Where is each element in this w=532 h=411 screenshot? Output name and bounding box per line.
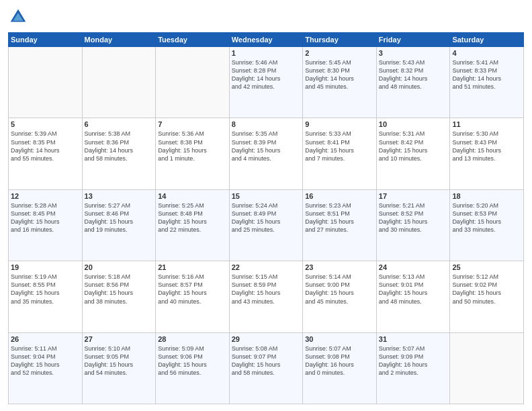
calendar-cell: 7Sunrise: 5:36 AM Sunset: 8:38 PM Daylig…	[156, 118, 230, 189]
calendar-cell: 12Sunrise: 5:28 AM Sunset: 8:45 PM Dayli…	[9, 189, 83, 261]
day-number: 14	[158, 192, 227, 200]
day-number: 9	[305, 120, 374, 128]
day-number: 10	[379, 120, 448, 128]
calendar-cell	[156, 47, 230, 118]
calendar-cell: 18Sunrise: 5:20 AM Sunset: 8:53 PM Dayli…	[450, 189, 524, 261]
calendar-cell	[450, 332, 524, 404]
cell-content: Sunrise: 5:14 AM Sunset: 9:00 PM Dayligh…	[305, 273, 374, 306]
calendar-cell: 6Sunrise: 5:38 AM Sunset: 8:36 PM Daylig…	[82, 118, 156, 189]
calendar-week-1: 1Sunrise: 5:46 AM Sunset: 8:28 PM Daylig…	[9, 47, 524, 118]
cell-content: Sunrise: 5:28 AM Sunset: 8:45 PM Dayligh…	[11, 201, 80, 234]
calendar-cell: 27Sunrise: 5:10 AM Sunset: 9:05 PM Dayli…	[82, 332, 156, 404]
day-header-tuesday: Tuesday	[156, 33, 230, 47]
calendar-cell: 28Sunrise: 5:09 AM Sunset: 9:06 PM Dayli…	[156, 332, 230, 404]
day-number: 3	[379, 49, 448, 57]
day-number: 27	[85, 335, 154, 343]
cell-content: Sunrise: 5:09 AM Sunset: 9:06 PM Dayligh…	[158, 345, 227, 377]
calendar-week-5: 26Sunrise: 5:11 AM Sunset: 9:04 PM Dayli…	[9, 332, 524, 404]
day-number: 30	[305, 335, 374, 343]
cell-content: Sunrise: 5:21 AM Sunset: 8:52 PM Dayligh…	[379, 201, 448, 234]
logo-icon	[8, 7, 28, 27]
day-number: 28	[158, 335, 227, 343]
cell-content: Sunrise: 5:12 AM Sunset: 9:02 PM Dayligh…	[452, 273, 521, 306]
calendar-cell: 23Sunrise: 5:14 AM Sunset: 9:00 PM Dayli…	[303, 261, 377, 332]
cell-content: Sunrise: 5:23 AM Sunset: 8:51 PM Dayligh…	[305, 201, 374, 234]
calendar-week-3: 12Sunrise: 5:28 AM Sunset: 8:45 PM Dayli…	[9, 189, 524, 261]
day-number: 20	[85, 263, 154, 271]
day-number: 18	[452, 192, 521, 200]
cell-content: Sunrise: 5:08 AM Sunset: 9:07 PM Dayligh…	[232, 345, 301, 377]
day-header-thursday: Thursday	[303, 33, 377, 47]
cell-content: Sunrise: 5:11 AM Sunset: 9:04 PM Dayligh…	[11, 345, 80, 377]
cell-content: Sunrise: 5:15 AM Sunset: 8:59 PM Dayligh…	[232, 273, 301, 306]
day-number: 19	[11, 263, 80, 271]
cell-content: Sunrise: 5:24 AM Sunset: 8:49 PM Dayligh…	[232, 201, 301, 234]
day-header-monday: Monday	[82, 33, 156, 47]
day-number: 2	[305, 49, 374, 57]
day-number: 11	[452, 120, 521, 128]
calendar-cell: 3Sunrise: 5:43 AM Sunset: 8:32 PM Daylig…	[376, 47, 450, 118]
calendar-cell: 8Sunrise: 5:35 AM Sunset: 8:39 PM Daylig…	[229, 118, 303, 189]
page: SundayMondayTuesdayWednesdayThursdayFrid…	[0, 0, 532, 411]
cell-content: Sunrise: 5:45 AM Sunset: 8:30 PM Dayligh…	[305, 58, 374, 91]
calendar-cell: 13Sunrise: 5:27 AM Sunset: 8:46 PM Dayli…	[82, 189, 156, 261]
calendar-cell: 2Sunrise: 5:45 AM Sunset: 8:30 PM Daylig…	[303, 47, 377, 118]
cell-content: Sunrise: 5:07 AM Sunset: 9:09 PM Dayligh…	[379, 345, 448, 377]
calendar-cell: 5Sunrise: 5:39 AM Sunset: 8:35 PM Daylig…	[9, 118, 83, 189]
day-number: 21	[158, 263, 227, 271]
calendar-cell: 10Sunrise: 5:31 AM Sunset: 8:42 PM Dayli…	[376, 118, 450, 189]
day-number: 17	[379, 192, 448, 200]
day-number: 25	[452, 263, 521, 271]
day-number: 15	[232, 192, 301, 200]
logo	[8, 7, 31, 27]
day-number: 12	[11, 192, 80, 200]
day-number: 24	[379, 263, 448, 271]
cell-content: Sunrise: 5:18 AM Sunset: 8:56 PM Dayligh…	[85, 273, 154, 306]
day-number: 8	[232, 120, 301, 128]
cell-content: Sunrise: 5:41 AM Sunset: 8:33 PM Dayligh…	[452, 58, 521, 91]
calendar-week-2: 5Sunrise: 5:39 AM Sunset: 8:35 PM Daylig…	[9, 118, 524, 189]
calendar-cell: 9Sunrise: 5:33 AM Sunset: 8:41 PM Daylig…	[303, 118, 377, 189]
calendar-cell: 11Sunrise: 5:30 AM Sunset: 8:43 PM Dayli…	[450, 118, 524, 189]
calendar-table: SundayMondayTuesdayWednesdayThursdayFrid…	[8, 32, 524, 404]
day-header-friday: Friday	[376, 33, 450, 47]
cell-content: Sunrise: 5:13 AM Sunset: 9:01 PM Dayligh…	[379, 273, 448, 306]
calendar-cell: 16Sunrise: 5:23 AM Sunset: 8:51 PM Dayli…	[303, 189, 377, 261]
cell-content: Sunrise: 5:10 AM Sunset: 9:05 PM Dayligh…	[85, 345, 154, 377]
calendar-cell: 24Sunrise: 5:13 AM Sunset: 9:01 PM Dayli…	[376, 261, 450, 332]
cell-content: Sunrise: 5:27 AM Sunset: 8:46 PM Dayligh…	[85, 201, 154, 234]
calendar-cell: 30Sunrise: 5:07 AM Sunset: 9:08 PM Dayli…	[303, 332, 377, 404]
cell-content: Sunrise: 5:20 AM Sunset: 8:53 PM Dayligh…	[452, 201, 521, 234]
cell-content: Sunrise: 5:31 AM Sunset: 8:42 PM Dayligh…	[379, 130, 448, 163]
cell-content: Sunrise: 5:38 AM Sunset: 8:36 PM Dayligh…	[85, 130, 154, 163]
cell-content: Sunrise: 5:25 AM Sunset: 8:48 PM Dayligh…	[158, 201, 227, 234]
day-number: 6	[85, 120, 154, 128]
cell-content: Sunrise: 5:36 AM Sunset: 8:38 PM Dayligh…	[158, 130, 227, 163]
calendar-cell: 25Sunrise: 5:12 AM Sunset: 9:02 PM Dayli…	[450, 261, 524, 332]
cell-content: Sunrise: 5:35 AM Sunset: 8:39 PM Dayligh…	[232, 130, 301, 163]
calendar-header-row: SundayMondayTuesdayWednesdayThursdayFrid…	[9, 33, 524, 47]
day-number: 29	[232, 335, 301, 343]
calendar-cell: 1Sunrise: 5:46 AM Sunset: 8:28 PM Daylig…	[229, 47, 303, 118]
calendar-cell: 19Sunrise: 5:19 AM Sunset: 8:55 PM Dayli…	[9, 261, 83, 332]
calendar-cell	[9, 47, 83, 118]
calendar-week-4: 19Sunrise: 5:19 AM Sunset: 8:55 PM Dayli…	[9, 261, 524, 332]
cell-content: Sunrise: 5:46 AM Sunset: 8:28 PM Dayligh…	[232, 58, 301, 91]
cell-content: Sunrise: 5:43 AM Sunset: 8:32 PM Dayligh…	[379, 58, 448, 91]
calendar-cell: 20Sunrise: 5:18 AM Sunset: 8:56 PM Dayli…	[82, 261, 156, 332]
cell-content: Sunrise: 5:19 AM Sunset: 8:55 PM Dayligh…	[11, 273, 80, 306]
day-number: 1	[232, 49, 301, 57]
calendar-cell: 4Sunrise: 5:41 AM Sunset: 8:33 PM Daylig…	[450, 47, 524, 118]
day-number: 7	[158, 120, 227, 128]
calendar-cell: 29Sunrise: 5:08 AM Sunset: 9:07 PM Dayli…	[229, 332, 303, 404]
day-number: 13	[85, 192, 154, 200]
day-number: 5	[11, 120, 80, 128]
cell-content: Sunrise: 5:16 AM Sunset: 8:57 PM Dayligh…	[158, 273, 227, 306]
calendar-cell: 21Sunrise: 5:16 AM Sunset: 8:57 PM Dayli…	[156, 261, 230, 332]
day-number: 16	[305, 192, 374, 200]
cell-content: Sunrise: 5:30 AM Sunset: 8:43 PM Dayligh…	[452, 130, 521, 163]
day-header-wednesday: Wednesday	[229, 33, 303, 47]
cell-content: Sunrise: 5:07 AM Sunset: 9:08 PM Dayligh…	[305, 345, 374, 377]
calendar-cell: 26Sunrise: 5:11 AM Sunset: 9:04 PM Dayli…	[9, 332, 83, 404]
calendar-cell	[82, 47, 156, 118]
